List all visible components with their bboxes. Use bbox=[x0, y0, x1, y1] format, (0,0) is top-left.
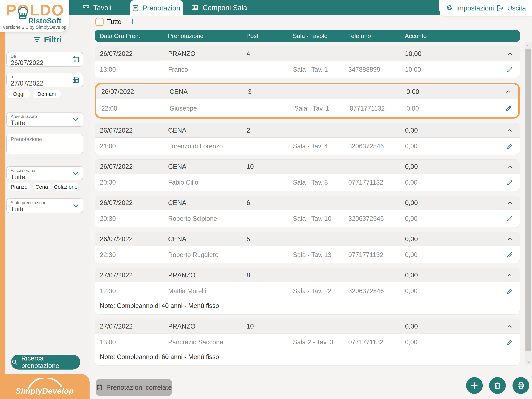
work-areas-select[interactable]: Aree di lavoro Tutte bbox=[6, 112, 83, 127]
time-slot-select[interactable]: Fascia oraria Tutte bbox=[6, 166, 83, 180]
group-meal: CENA bbox=[168, 235, 247, 243]
tomorrow-label: Domani bbox=[38, 91, 56, 97]
reservation-card: 26/07/2022 CENA 3 0,00 22:00 Giuseppe Sa… bbox=[95, 83, 520, 119]
booking-status-value: Tutti bbox=[11, 206, 79, 213]
group-deposit: 0,00 bbox=[405, 199, 501, 207]
delete-booking-button[interactable] bbox=[489, 377, 506, 394]
calendar-icon[interactable] bbox=[72, 76, 80, 84]
reservation-card: 26/07/2022 PRANZO 4 10,00 13:00 Franco S… bbox=[95, 46, 520, 78]
reservation-deposit: 0,00 bbox=[405, 251, 501, 259]
group-seats: 4 bbox=[247, 50, 293, 58]
app-version: Versione 2.0 by SimplyDevelop bbox=[0, 25, 69, 30]
booking-status-select[interactable]: Stato prenotazione Tutti bbox=[6, 199, 83, 213]
reservation-card: 27/07/2022 PRANZO 10 0,00 13:00 Pancrazi… bbox=[95, 319, 520, 366]
collapse-chevron-icon[interactable] bbox=[506, 199, 513, 206]
edit-icon[interactable] bbox=[506, 142, 513, 150]
reservation-card: 27/07/2022 PRANZO 8 0,00 12:30 Mattia Mo… bbox=[95, 268, 520, 315]
collapse-chevron-icon[interactable] bbox=[506, 127, 513, 134]
reservation-detail-row[interactable]: 20:30 Roberto Scipione Sala - Tav. 10 32… bbox=[95, 210, 520, 227]
reservation-group-header[interactable]: 27/07/2022 PRANZO 8 0,00 bbox=[95, 268, 520, 282]
lunch-button[interactable]: Pranzo bbox=[7, 183, 31, 191]
select-all-row: Tutto 1 bbox=[95, 18, 134, 26]
edit-icon[interactable] bbox=[505, 105, 512, 112]
reservation-detail-row[interactable]: 13:00 Franco Sala - Tav. 1 347888899 10,… bbox=[95, 61, 520, 78]
reservation-table: Sala - Tav. 1 bbox=[293, 66, 348, 73]
edit-icon[interactable] bbox=[506, 338, 513, 346]
reservation-detail-row[interactable]: 20:30 Fabio Cillo Sala - Tav. 8 07717711… bbox=[95, 174, 520, 191]
reservation-phone: 3206372546 bbox=[348, 142, 405, 150]
vertical-scrollbar[interactable] bbox=[525, 42, 532, 365]
calendar-icon[interactable] bbox=[72, 55, 80, 63]
reservation-table: Sala - Tav. 4 bbox=[293, 142, 348, 150]
group-meal: PRANZO bbox=[168, 271, 247, 279]
edit-icon[interactable] bbox=[506, 66, 513, 73]
reservation-detail-row[interactable]: 22:00 Giuseppe Sala - Tav. 1 0771771132 … bbox=[96, 99, 518, 118]
reservation-group-header[interactable]: 26/07/2022 CENA 2 0,00 bbox=[95, 123, 520, 138]
tab-componi-sala[interactable]: Componi Sala bbox=[191, 0, 247, 15]
tab-tavoli[interactable]: Tavoli bbox=[82, 0, 111, 15]
reservation-deposit: 0,00 bbox=[405, 287, 501, 295]
reservation-group-header[interactable]: 26/07/2022 PRANZO 4 10,00 bbox=[95, 47, 520, 61]
breakfast-button[interactable]: Colazione bbox=[53, 183, 79, 191]
tab-prenotazioni[interactable]: Prenotazioni bbox=[130, 0, 183, 16]
group-meal: CENA bbox=[168, 127, 247, 134]
top-navigation-bar bbox=[66, 0, 440, 15]
dinner-button[interactable]: Cena bbox=[33, 183, 51, 191]
filters-title: Filtri bbox=[44, 35, 62, 44]
reservation-list: 26/07/2022 PRANZO 4 10,00 13:00 Franco S… bbox=[95, 46, 520, 366]
sidebar-orange-strip bbox=[0, 30, 5, 399]
app-screen: Tavoli Prenotazioni Componi Sala Imposta… bbox=[0, 0, 532, 399]
bookings-icon bbox=[96, 384, 103, 391]
reservation-name: Mattia Morelli bbox=[168, 287, 247, 295]
reservation-detail-row[interactable]: 12:30 Mattia Morelli Sala - Tav. 22 3206… bbox=[95, 282, 520, 300]
group-deposit: 0,00 bbox=[405, 163, 501, 170]
collapse-chevron-icon[interactable] bbox=[506, 236, 513, 243]
collapse-chevron-icon[interactable] bbox=[506, 50, 513, 57]
date-to-field[interactable]: a 27/07/2022 bbox=[6, 73, 83, 87]
reservation-group-header[interactable]: 26/07/2022 CENA 3 0,00 bbox=[96, 84, 518, 99]
collapse-chevron-icon[interactable] bbox=[506, 323, 513, 330]
reservation-detail-row[interactable]: 22:30 Roberto Ruggiero Sala - Tav. 13 07… bbox=[95, 246, 520, 264]
exit-icon bbox=[496, 4, 504, 12]
reservation-table: Sala 2 - Tav. 3 bbox=[293, 338, 348, 346]
group-deposit: 0,00 bbox=[406, 88, 502, 96]
search-booking-button[interactable]: Ricerca prenotazione bbox=[11, 355, 80, 370]
booking-search-input[interactable]: Prenotazione bbox=[6, 134, 83, 154]
reservation-detail-row[interactable]: 13:00 Pancrazio Saccone Sala 2 - Tav. 3 … bbox=[95, 334, 520, 351]
date-from-field[interactable]: Da 26/07/2022 bbox=[6, 52, 83, 67]
settings-button[interactable]: Impostazioni bbox=[445, 4, 494, 12]
edit-icon[interactable] bbox=[506, 287, 513, 295]
reservation-group-header[interactable]: 26/07/2022 CENA 10 0,00 bbox=[95, 160, 520, 174]
scroll-up-icon[interactable] bbox=[525, 42, 532, 49]
room-grid-icon bbox=[191, 4, 199, 12]
collapse-chevron-icon[interactable] bbox=[506, 272, 513, 279]
reservation-time: 13:00 bbox=[100, 66, 168, 73]
add-booking-button[interactable] bbox=[466, 377, 483, 394]
edit-icon[interactable] bbox=[506, 251, 513, 259]
column-posti: Posti bbox=[246, 32, 293, 39]
edit-icon[interactable] bbox=[506, 215, 513, 222]
date-to-label: a bbox=[11, 74, 79, 79]
reservation-table: Sala - Tav. 1 bbox=[294, 105, 350, 112]
filters-sidebar: Filtri Da 26/07/2022 a 27/07/2022 Oggi D… bbox=[5, 0, 89, 374]
reservation-deposit: 0,00 bbox=[405, 142, 501, 150]
related-bookings-button[interactable]: Prenotazioni correlate bbox=[96, 379, 172, 396]
group-meal: PRANZO bbox=[168, 50, 247, 58]
logout-button[interactable]: Uscita bbox=[496, 4, 526, 12]
scroll-down-icon[interactable] bbox=[525, 359, 532, 365]
reservation-group-header[interactable]: 26/07/2022 CENA 5 0,00 bbox=[95, 232, 520, 246]
reservation-name: Fabio Cillo bbox=[168, 179, 247, 186]
reservation-detail-row[interactable]: 21:00 Lorenzo di Lorenzo Sala - Tav. 4 3… bbox=[95, 138, 520, 155]
today-button[interactable]: Oggi bbox=[7, 90, 30, 98]
reservation-group-header[interactable]: 27/07/2022 PRANZO 10 0,00 bbox=[95, 319, 520, 334]
select-all-checkbox[interactable] bbox=[95, 18, 104, 26]
reservation-phone: 347888899 bbox=[348, 66, 405, 73]
reservation-group-header[interactable]: 26/07/2022 CENA 6 0,00 bbox=[95, 196, 520, 210]
edit-icon[interactable] bbox=[506, 179, 513, 186]
time-slot-label: Fascia oraria bbox=[11, 168, 79, 173]
tomorrow-button[interactable]: Domani bbox=[32, 90, 61, 98]
collapse-chevron-icon[interactable] bbox=[506, 163, 513, 170]
print-button[interactable] bbox=[513, 377, 529, 394]
collapse-chevron-icon[interactable] bbox=[505, 88, 512, 95]
scrollbar-thumb[interactable] bbox=[526, 49, 531, 351]
